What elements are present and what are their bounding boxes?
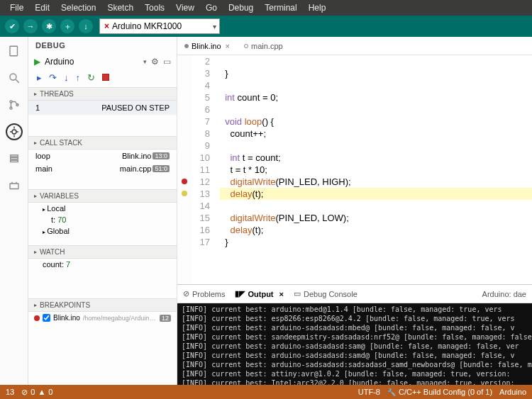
menu-view[interactable]: View: [170, 1, 200, 14]
unmodified-dot-icon: [244, 44, 248, 48]
menu-go[interactable]: Go: [200, 1, 223, 14]
debug-config-select[interactable]: Arduino: [45, 57, 139, 67]
variables-header[interactable]: VARIABLES: [28, 189, 177, 203]
status-lang[interactable]: Arduino: [499, 388, 526, 396]
continue-button[interactable]: ▸: [37, 72, 42, 83]
breakpoints-header[interactable]: BREAKPOINTS: [28, 298, 177, 312]
console-icon[interactable]: ▭: [163, 57, 171, 67]
breakpoint-row[interactable]: Blink.ino /home/megabug/Arduino… 12: [28, 312, 177, 324]
svg-point-6: [12, 130, 16, 134]
output-terminal[interactable]: [INFO] current best: arduino:mbed@1.1.4 …: [177, 303, 532, 385]
line-numbers: 234567891011121314151617: [192, 55, 216, 284]
chevron-down-icon[interactable]: ▾: [143, 58, 147, 65]
callstack-header[interactable]: CALL STACK: [28, 136, 177, 150]
git-icon[interactable]: [6, 96, 23, 113]
editor-tabs: Blink.ino × main.cpp: [177, 37, 532, 55]
thread-row[interactable]: 1 PAUSED ON STEP: [28, 101, 177, 115]
tab-output[interactable]: ▮◤Output×: [235, 289, 283, 298]
svg-rect-13: [10, 160, 18, 162]
menu-selection[interactable]: Selection: [55, 1, 101, 14]
debug-title: DEBUG: [28, 37, 177, 54]
watch-name: count: [43, 260, 62, 269]
menu-tools[interactable]: Tools: [139, 1, 170, 14]
tab-label: Blink.ino: [192, 42, 221, 50]
menu-help[interactable]: Help: [303, 1, 332, 14]
status-line[interactable]: 13: [6, 388, 14, 396]
board-selector[interactable]: × Arduino MKR1000: [99, 18, 220, 34]
svg-rect-12: [10, 158, 18, 159]
menu-debug[interactable]: Debug: [223, 1, 259, 14]
close-icon[interactable]: ×: [279, 290, 284, 298]
verify-button[interactable]: ✔: [4, 18, 20, 34]
var-value: 70: [57, 215, 66, 224]
debug-icon[interactable]: [6, 123, 23, 140]
step-out-button[interactable]: ↑: [76, 72, 81, 83]
var-row[interactable]: t: 70: [28, 214, 177, 225]
panel-tabs: ⊘Problems ▮◤Output× ▭Debug Console Ardui…: [177, 285, 532, 303]
restart-button[interactable]: ↻: [87, 72, 95, 83]
statusbar: 13 ⊘0 ▲0 UTF-8 🔧C/C++ Build Config (0 of…: [0, 385, 532, 399]
bottom-panel: ⊘Problems ▮◤Output× ▭Debug Console Ardui…: [177, 284, 532, 385]
menu-sketch[interactable]: Sketch: [101, 1, 139, 14]
modified-dot-icon: [184, 44, 189, 48]
menubar: File Edit Selection Sketch Tools View Go…: [0, 0, 532, 16]
debug-sidebar: DEBUG ▶ Arduino ▾ ⚙ ▭ ▸ ↷ ↓ ↑ ↻ THREADS …: [28, 37, 177, 385]
breakpoint-file: Blink.ino: [53, 314, 80, 322]
breakpoint-checkbox[interactable]: [43, 314, 50, 322]
toolbar: ✔ → ✱ ＋ ↓ × Arduino MKR1000: [0, 16, 532, 37]
var-group-local[interactable]: Local: [28, 203, 177, 214]
debug-controls: ▸ ↷ ↓ ↑ ↻: [28, 69, 177, 87]
watch-header[interactable]: WATCH: [28, 245, 177, 259]
board-name: Arduino MKR1000: [112, 21, 182, 31]
var-group-global[interactable]: Global: [28, 225, 177, 237]
console-icon: ▭: [294, 289, 301, 298]
breakpoint-gutter[interactable]: [177, 55, 192, 284]
stop-button[interactable]: [102, 72, 109, 83]
step-over-button[interactable]: ↷: [49, 72, 57, 83]
breakpoint-path: /home/megabug/Arduino…: [83, 315, 157, 322]
tab-problems[interactable]: ⊘Problems: [183, 289, 225, 298]
start-debug-button[interactable]: ▶: [34, 57, 40, 67]
panel-right-label: Arduino: dae: [482, 290, 526, 298]
stack-fn: main: [35, 164, 52, 173]
close-icon[interactable]: ×: [226, 42, 230, 50]
watch-value: 7: [66, 260, 70, 269]
tab-main[interactable]: main.cpp: [237, 39, 290, 53]
stack-pos: 13:0: [153, 152, 170, 159]
svg-line-2: [16, 79, 19, 83]
down-button[interactable]: ↓: [78, 18, 94, 34]
watch-row[interactable]: count: 7: [28, 259, 177, 270]
flag-icon: ▮◤: [235, 289, 245, 298]
stack-file: Blink.ino: [122, 152, 152, 160]
status-build[interactable]: 🔧C/C++ Build Config (0 of 1): [387, 388, 492, 396]
threads-header[interactable]: THREADS: [28, 87, 177, 101]
tab-blink[interactable]: Blink.ino ×: [177, 39, 237, 53]
menu-terminal[interactable]: Terminal: [259, 1, 302, 14]
library-icon[interactable]: [6, 150, 23, 167]
gear-icon[interactable]: ⚙: [151, 57, 159, 67]
svg-rect-0: [10, 46, 18, 56]
board-clear-icon[interactable]: ×: [104, 21, 109, 31]
add-button[interactable]: ＋: [60, 18, 75, 34]
step-into-button[interactable]: ↓: [64, 72, 69, 83]
debug-button[interactable]: ✱: [41, 18, 57, 34]
upload-button[interactable]: →: [23, 18, 38, 34]
svg-rect-11: [10, 155, 18, 157]
menu-file[interactable]: File: [4, 1, 29, 14]
code-editor[interactable]: 234567891011121314151617 } int count = 0…: [177, 55, 532, 284]
tab-debug-console[interactable]: ▭Debug Console: [294, 289, 358, 298]
code-content[interactable]: } int count = 0; void loop() { count++; …: [216, 55, 532, 284]
status-encoding[interactable]: UTF-8: [358, 388, 380, 396]
boards-icon[interactable]: [6, 177, 23, 194]
wrench-icon: 🔧: [387, 388, 396, 396]
status-errors[interactable]: ⊘0 ▲0: [21, 388, 52, 397]
explorer-icon[interactable]: [6, 43, 23, 60]
activity-bar: [0, 37, 28, 385]
menu-edit[interactable]: Edit: [29, 1, 55, 14]
stack-row[interactable]: main main.cpp51:0: [28, 162, 177, 175]
stack-row[interactable]: loop Blink.ino13:0: [28, 150, 177, 162]
stack-file: main.cpp: [120, 164, 152, 173]
thread-state: PAUSED ON STEP: [101, 103, 170, 112]
svg-point-4: [10, 107, 12, 109]
search-icon[interactable]: [6, 69, 23, 86]
